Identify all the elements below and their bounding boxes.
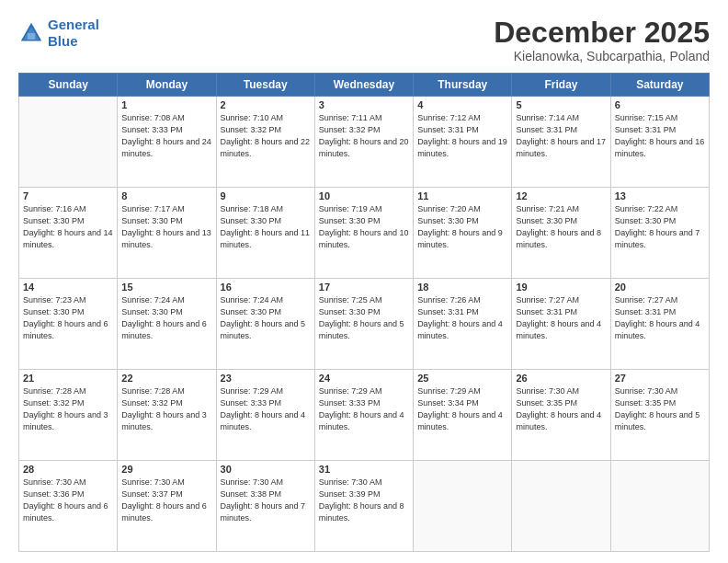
day-number: 24 <box>319 373 409 384</box>
day-number: 16 <box>221 282 311 293</box>
table-row <box>414 461 512 552</box>
day-info: Sunrise: 7:30 AMSunset: 3:37 PMDaylight:… <box>121 477 211 524</box>
day-info: Sunrise: 7:28 AMSunset: 3:32 PMDaylight:… <box>121 385 211 433</box>
table-row: 5Sunrise: 7:14 AMSunset: 3:31 PMDaylight… <box>512 97 610 188</box>
col-saturday: Saturday <box>610 74 709 97</box>
day-number: 10 <box>319 190 409 201</box>
day-number: 4 <box>417 99 507 110</box>
table-row: 25Sunrise: 7:29 AMSunset: 3:34 PMDayligh… <box>414 370 512 461</box>
col-tuesday: Tuesday <box>216 74 314 97</box>
day-info: Sunrise: 7:18 AMSunset: 3:30 PMDaylight:… <box>221 203 311 251</box>
day-info: Sunrise: 7:30 AMSunset: 3:35 PMDaylight:… <box>516 385 606 433</box>
day-info: Sunrise: 7:27 AMSunset: 3:31 PMDaylight:… <box>615 294 705 342</box>
week-row-4: 28Sunrise: 7:30 AMSunset: 3:36 PMDayligh… <box>19 461 710 552</box>
col-sunday: Sunday <box>19 74 118 97</box>
table-row: 18Sunrise: 7:26 AMSunset: 3:31 PMDayligh… <box>414 279 512 370</box>
day-number: 22 <box>121 373 211 384</box>
day-number: 6 <box>615 99 705 110</box>
location: Kielanowka, Subcarpathia, Poland <box>494 49 710 63</box>
day-info: Sunrise: 7:08 AMSunset: 3:33 PMDaylight:… <box>121 112 211 160</box>
day-number: 31 <box>319 464 409 475</box>
day-info: Sunrise: 7:29 AMSunset: 3:33 PMDaylight:… <box>319 385 409 433</box>
day-info: Sunrise: 7:21 AMSunset: 3:30 PMDaylight:… <box>516 203 606 251</box>
day-info: Sunrise: 7:24 AMSunset: 3:30 PMDaylight:… <box>221 294 311 342</box>
day-info: Sunrise: 7:19 AMSunset: 3:30 PMDaylight:… <box>319 203 409 251</box>
table-row <box>512 461 610 552</box>
table-row: 1Sunrise: 7:08 AMSunset: 3:33 PMDaylight… <box>118 97 216 188</box>
table-row: 12Sunrise: 7:21 AMSunset: 3:30 PMDayligh… <box>512 188 610 279</box>
table-row: 10Sunrise: 7:19 AMSunset: 3:30 PMDayligh… <box>314 188 413 279</box>
day-number: 28 <box>23 464 113 475</box>
table-row: 6Sunrise: 7:15 AMSunset: 3:31 PMDaylight… <box>610 97 709 188</box>
day-number: 3 <box>319 99 409 110</box>
day-info: Sunrise: 7:10 AMSunset: 3:32 PMDaylight:… <box>221 112 311 160</box>
day-info: Sunrise: 7:30 AMSunset: 3:38 PMDaylight:… <box>221 477 311 524</box>
day-number: 25 <box>417 373 507 384</box>
svg-rect-2 <box>28 33 35 40</box>
col-friday: Friday <box>512 74 610 97</box>
day-number: 1 <box>121 99 211 110</box>
logo-icon <box>18 20 44 46</box>
table-row: 14Sunrise: 7:23 AMSunset: 3:30 PMDayligh… <box>19 279 118 370</box>
week-row-0: 1Sunrise: 7:08 AMSunset: 3:33 PMDaylight… <box>19 97 710 188</box>
title-block: December 2025 Kielanowka, Subcarpathia, … <box>494 17 710 63</box>
day-info: Sunrise: 7:25 AMSunset: 3:30 PMDaylight:… <box>319 294 409 342</box>
table-row: 20Sunrise: 7:27 AMSunset: 3:31 PMDayligh… <box>610 279 709 370</box>
table-row: 30Sunrise: 7:30 AMSunset: 3:38 PMDayligh… <box>216 461 314 552</box>
day-number: 26 <box>516 373 606 384</box>
col-monday: Monday <box>118 74 216 97</box>
table-row: 8Sunrise: 7:17 AMSunset: 3:30 PMDaylight… <box>118 188 216 279</box>
table-row: 31Sunrise: 7:30 AMSunset: 3:39 PMDayligh… <box>314 461 413 552</box>
calendar-table: Sunday Monday Tuesday Wednesday Thursday… <box>18 73 710 552</box>
day-info: Sunrise: 7:12 AMSunset: 3:31 PMDaylight:… <box>417 112 507 160</box>
week-row-1: 7Sunrise: 7:16 AMSunset: 3:30 PMDaylight… <box>19 188 710 279</box>
table-row: 17Sunrise: 7:25 AMSunset: 3:30 PMDayligh… <box>314 279 413 370</box>
table-row: 19Sunrise: 7:27 AMSunset: 3:31 PMDayligh… <box>512 279 610 370</box>
day-info: Sunrise: 7:30 AMSunset: 3:36 PMDaylight:… <box>23 477 113 524</box>
day-info: Sunrise: 7:23 AMSunset: 3:30 PMDaylight:… <box>23 294 113 342</box>
table-row: 16Sunrise: 7:24 AMSunset: 3:30 PMDayligh… <box>216 279 314 370</box>
day-info: Sunrise: 7:20 AMSunset: 3:30 PMDaylight:… <box>417 203 507 251</box>
day-number: 15 <box>121 282 211 293</box>
day-number: 2 <box>221 99 311 110</box>
table-row: 7Sunrise: 7:16 AMSunset: 3:30 PMDaylight… <box>19 188 118 279</box>
col-wednesday: Wednesday <box>314 74 413 97</box>
day-info: Sunrise: 7:27 AMSunset: 3:31 PMDaylight:… <box>516 294 606 342</box>
header-row: Sunday Monday Tuesday Wednesday Thursday… <box>19 74 710 97</box>
week-row-3: 21Sunrise: 7:28 AMSunset: 3:32 PMDayligh… <box>19 370 710 461</box>
table-row: 27Sunrise: 7:30 AMSunset: 3:35 PMDayligh… <box>610 370 709 461</box>
day-info: Sunrise: 7:15 AMSunset: 3:31 PMDaylight:… <box>615 112 705 160</box>
day-number: 11 <box>417 190 507 201</box>
day-number: 13 <box>615 190 705 201</box>
day-info: Sunrise: 7:28 AMSunset: 3:32 PMDaylight:… <box>23 385 113 433</box>
day-number: 17 <box>319 282 409 293</box>
day-number: 14 <box>23 282 113 293</box>
table-row: 13Sunrise: 7:22 AMSunset: 3:30 PMDayligh… <box>610 188 709 279</box>
table-row <box>610 461 709 552</box>
header: General Blue December 2025 Kielanowka, S… <box>18 17 710 63</box>
page: General Blue December 2025 Kielanowka, S… <box>0 0 728 563</box>
day-info: Sunrise: 7:29 AMSunset: 3:34 PMDaylight:… <box>417 385 507 433</box>
day-number: 9 <box>221 190 311 201</box>
day-number: 30 <box>221 464 311 475</box>
day-info: Sunrise: 7:11 AMSunset: 3:32 PMDaylight:… <box>319 112 409 160</box>
logo: General Blue <box>18 17 99 50</box>
day-number: 20 <box>615 282 705 293</box>
table-row: 29Sunrise: 7:30 AMSunset: 3:37 PMDayligh… <box>118 461 216 552</box>
day-number: 23 <box>221 373 311 384</box>
day-info: Sunrise: 7:26 AMSunset: 3:31 PMDaylight:… <box>417 294 507 342</box>
table-row: 2Sunrise: 7:10 AMSunset: 3:32 PMDaylight… <box>216 97 314 188</box>
table-row: 11Sunrise: 7:20 AMSunset: 3:30 PMDayligh… <box>414 188 512 279</box>
table-row: 23Sunrise: 7:29 AMSunset: 3:33 PMDayligh… <box>216 370 314 461</box>
day-number: 21 <box>23 373 113 384</box>
table-row: 3Sunrise: 7:11 AMSunset: 3:32 PMDaylight… <box>314 97 413 188</box>
day-info: Sunrise: 7:30 AMSunset: 3:35 PMDaylight:… <box>615 385 705 433</box>
table-row: 24Sunrise: 7:29 AMSunset: 3:33 PMDayligh… <box>314 370 413 461</box>
table-row: 22Sunrise: 7:28 AMSunset: 3:32 PMDayligh… <box>118 370 216 461</box>
month-title: December 2025 <box>494 17 710 49</box>
col-thursday: Thursday <box>414 74 512 97</box>
table-row: 4Sunrise: 7:12 AMSunset: 3:31 PMDaylight… <box>414 97 512 188</box>
table-row: 26Sunrise: 7:30 AMSunset: 3:35 PMDayligh… <box>512 370 610 461</box>
day-number: 19 <box>516 282 606 293</box>
day-info: Sunrise: 7:22 AMSunset: 3:30 PMDaylight:… <box>615 203 705 251</box>
